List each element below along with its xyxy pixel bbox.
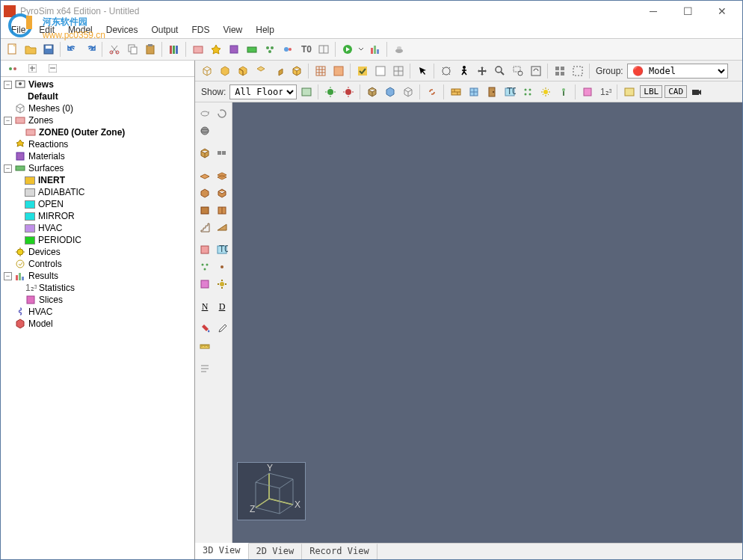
cut-button[interactable] <box>105 41 123 58</box>
minimize-button[interactable]: ─ <box>636 1 670 22</box>
bucket-icon[interactable] <box>197 321 213 337</box>
new-button[interactable] <box>4 41 21 58</box>
floors-select[interactable]: All Floors <box>229 84 297 99</box>
menu-fds[interactable]: FDS <box>185 23 215 37</box>
particle-tool[interactable] <box>261 41 278 58</box>
copy-button[interactable] <box>123 41 141 58</box>
plane-icon[interactable] <box>197 276 213 292</box>
green-sun-icon[interactable] <box>321 83 339 100</box>
gear-icon[interactable] <box>214 276 230 292</box>
cube-side-icon[interactable] <box>270 62 287 79</box>
reaction-tool[interactable] <box>207 41 224 58</box>
paste-button[interactable] <box>141 41 158 58</box>
species-tool[interactable] <box>279 41 296 58</box>
menu-model[interactable]: Model <box>62 23 99 37</box>
pan-tool[interactable] <box>473 62 490 79</box>
orbit-tool[interactable] <box>437 62 454 79</box>
results-button[interactable] <box>366 41 383 58</box>
tab-3d-view[interactable]: 3D View <box>195 543 249 559</box>
menu-devices[interactable]: Devices <box>100 23 144 37</box>
face-icon[interactable] <box>197 241 213 258</box>
box-icon[interactable] <box>197 202 213 218</box>
tree-surfaces[interactable]: −Surfaces <box>1 162 194 174</box>
reset-view-tool[interactable] <box>527 62 544 79</box>
i23-icon[interactable]: 1₂³ <box>596 83 614 100</box>
3d-text-icon[interactable] <box>620 83 638 100</box>
close-button[interactable]: ✕ <box>705 1 739 22</box>
save-button[interactable] <box>40 41 57 58</box>
ruler-icon[interactable] <box>197 338 213 354</box>
tree-meshes[interactable]: Meshes (0) <box>1 102 194 114</box>
cube-tool-icon[interactable] <box>197 145 213 161</box>
surface-tool[interactable] <box>243 41 260 58</box>
tree-zones[interactable]: −Zones <box>1 114 194 126</box>
cube-solid-icon[interactable] <box>216 62 233 79</box>
tree-views-default[interactable]: Default <box>1 90 194 102</box>
door-icon[interactable] <box>483 83 500 100</box>
block2-icon[interactable] <box>214 185 230 201</box>
cube1-icon[interactable] <box>363 83 380 100</box>
dots-icon[interactable] <box>519 83 536 100</box>
redo-button[interactable] <box>81 41 99 58</box>
run-dropdown-icon[interactable] <box>357 41 366 58</box>
ramp-tool[interactable]: T0 <box>297 41 314 58</box>
tree-views[interactable]: −Views <box>1 79 194 90</box>
eyedropper-icon[interactable] <box>214 321 230 337</box>
slice-icon[interactable] <box>579 83 596 100</box>
lbl-button[interactable]: LBL <box>640 85 662 98</box>
spin-icon[interactable] <box>214 105 230 122</box>
open-button[interactable] <box>22 41 39 58</box>
sphere-icon[interactable] <box>197 123 213 139</box>
tree-surface-mirror[interactable]: MIRROR <box>1 210 194 222</box>
red-sun-icon[interactable] <box>339 83 357 100</box>
cad-button[interactable]: CAD <box>665 85 687 98</box>
menu-output[interactable]: Output <box>145 23 184 37</box>
cube3-icon[interactable] <box>399 83 416 100</box>
floor-props-icon[interactable] <box>297 83 315 100</box>
material-tool[interactable] <box>225 41 242 58</box>
filter-icon[interactable] <box>4 60 21 77</box>
expand-all-icon[interactable] <box>24 60 41 77</box>
tree-surface-adiabatic[interactable]: ADIABATIC <box>1 186 194 198</box>
t0-icon[interactable]: T0 <box>501 83 518 100</box>
node-icon[interactable] <box>555 83 572 100</box>
box2-icon[interactable] <box>214 202 230 218</box>
box-vis-icon[interactable] <box>372 62 389 79</box>
tree-materials[interactable]: Materials <box>1 150 194 162</box>
dot-icon[interactable] <box>214 259 230 275</box>
menu-help[interactable]: Help <box>250 23 280 37</box>
collapse-all-icon[interactable] <box>44 60 61 77</box>
cube-axo-icon[interactable] <box>288 62 305 79</box>
tab-2d-view[interactable]: 2D View <box>249 544 303 559</box>
list-icon[interactable] <box>197 360 213 377</box>
n-icon[interactable]: N <box>197 298 213 315</box>
tab-record-view[interactable]: Record View <box>302 544 377 559</box>
undo-button[interactable] <box>64 41 81 58</box>
mesh-wire-icon[interactable] <box>312 62 329 79</box>
ramp-icon[interactable] <box>214 219 230 236</box>
tree-surface-inert[interactable]: INERT <box>1 174 194 186</box>
tree-surface-periodic[interactable]: PERIODIC <box>1 234 194 246</box>
zoom-tool[interactable] <box>491 62 508 79</box>
link-icon[interactable] <box>423 83 440 100</box>
slab2-icon[interactable] <box>214 167 230 184</box>
burst-icon[interactable] <box>537 83 554 100</box>
t0-tool-icon[interactable]: T0 <box>214 241 230 258</box>
tree-devices[interactable]: Devices <box>1 246 194 258</box>
check-vis-icon[interactable] <box>354 62 371 79</box>
maximize-button[interactable]: ☐ <box>670 1 705 22</box>
tree-reactions[interactable]: Reactions <box>1 138 194 150</box>
library-button[interactable] <box>165 41 182 58</box>
stairs-icon[interactable] <box>197 219 213 236</box>
menu-edit[interactable]: Edit <box>33 23 61 37</box>
walk-tool[interactable] <box>455 62 472 79</box>
3d-viewport[interactable]: Y X Z <box>232 102 742 543</box>
tree-results[interactable]: −Results <box>1 270 194 282</box>
nodes-icon[interactable] <box>197 259 213 275</box>
menu-view[interactable]: View <box>217 23 248 37</box>
smoke-button[interactable] <box>390 41 407 58</box>
cube2-icon[interactable] <box>381 83 398 100</box>
tree-slices[interactable]: Slices <box>1 294 194 306</box>
select-tool[interactable] <box>413 62 431 79</box>
cube-wire-icon[interactable] <box>198 62 215 79</box>
